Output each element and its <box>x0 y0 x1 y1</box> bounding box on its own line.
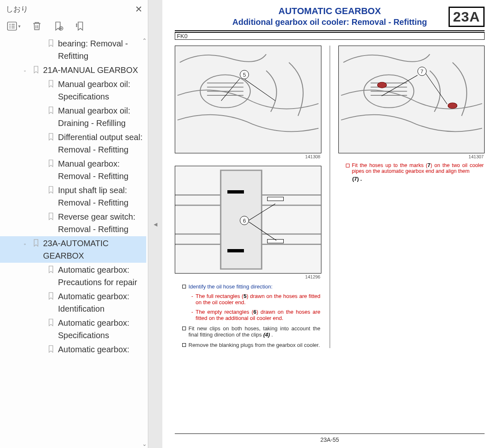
section-subtitle: Additional gearbox oil cooler: Removal -… <box>175 17 485 27</box>
bookmark-item[interactable]: ▫21A-MANUAL GEARBOX <box>0 63 146 77</box>
bookmark-item[interactable]: Input shaft lip seal: Removal - Refittin… <box>0 183 146 210</box>
bookmark-icon <box>47 186 55 194</box>
callout-5: 5 <box>240 70 249 79</box>
svg-point-18 <box>377 82 386 88</box>
page-number: 23A-55 <box>320 436 339 443</box>
chevron-down-icon: ▾ <box>18 24 21 29</box>
bookmark-icon <box>47 345 55 353</box>
bookmark-icon <box>47 159 55 167</box>
bookmark-label: Automatic gearbox: <box>58 343 144 356</box>
step-identify: Identify the oil hose fitting direction: <box>182 283 321 290</box>
bookmark-icon <box>32 65 40 74</box>
bookmark-icon <box>47 318 55 327</box>
page-footer: 23A-55 <box>175 433 485 443</box>
figure-3-art <box>339 46 485 153</box>
figure-1: 5 <box>175 46 321 153</box>
bookmark-add-icon[interactable] <box>53 21 64 31</box>
sidebar-title: しおり <box>6 4 28 14</box>
bookmark-icon <box>47 265 55 274</box>
collapse-sidebar-icon[interactable]: ◂ <box>154 220 157 229</box>
left-column: 5 141308 <box>175 46 321 348</box>
step-remove-plugs: Remove the blanking plugs from the gearb… <box>182 342 321 348</box>
bullet-icon <box>346 164 350 167</box>
bookmark-label: Differential output seal: Removal - Refi… <box>58 131 144 156</box>
bookmark-item[interactable]: Manual gearbox oil: Specifications <box>0 77 146 104</box>
document-viewport[interactable]: AUTOMATIC GEARBOX Additional gearbox oil… <box>162 0 497 448</box>
right-column: 7 141307 Fit the hoses up to the marks (… <box>338 46 485 348</box>
bookmark-item[interactable]: Manual gearbox oil: Draining - Refilling <box>0 104 146 130</box>
figure-3: 7 <box>338 46 485 153</box>
sidebar-header: しおり × <box>0 0 148 17</box>
bookmark-icon <box>47 133 55 141</box>
bookmark-target-icon[interactable] <box>75 21 85 31</box>
bookmark-item[interactable]: Automatic gearbox: <box>0 342 146 356</box>
full-rectangle-mark <box>227 249 244 252</box>
header-rule <box>175 30 485 31</box>
scroll-down-indicator: ⌄ <box>142 441 147 447</box>
scroll-up-indicator: ⌃ <box>142 37 147 44</box>
document-page: AUTOMATIC GEARBOX Additional gearbox oil… <box>175 6 485 448</box>
app-root: しおり × ▾ ⌃ bearing: Removal - Refitting▫2… <box>0 0 497 448</box>
bookmark-label: Input shaft lip seal: Removal - Refittin… <box>58 184 144 209</box>
tree-wrap: ⌃ bearing: Removal - Refitting▫21A-MANUA… <box>0 36 148 448</box>
content-columns: 5 141308 <box>175 46 485 348</box>
full-rectangle-mark <box>227 190 244 194</box>
bookmark-icon <box>47 39 55 47</box>
bookmark-item[interactable]: bearing: Removal - Refitting <box>0 36 146 63</box>
figure-3-number: 141307 <box>338 154 484 159</box>
note-fit-hoses-ref: (7) . <box>352 176 485 182</box>
bookmark-icon <box>47 80 55 88</box>
figure-1-art <box>175 46 321 153</box>
figure-1-number: 141308 <box>175 154 321 159</box>
twisty-icon[interactable]: ▫ <box>24 67 29 75</box>
bookmark-icon <box>32 239 40 247</box>
bookmark-label: Automatic gearbox: Identification <box>58 290 144 315</box>
bookmark-item[interactable]: Automatic gearbox: Specifications <box>0 316 146 342</box>
bookmark-item[interactable]: Automatic gearbox: Identification <box>0 289 146 316</box>
close-icon[interactable]: × <box>135 3 142 15</box>
step-fit-clips: Fit new clips on both hoses, taking into… <box>182 325 321 338</box>
bookmark-tree[interactable]: bearing: Removal - Refitting▫21A-MANUAL … <box>0 36 148 448</box>
bookmark-label: Automatic gearbox: Precautions for repai… <box>58 264 144 288</box>
section-code-badge: 23A <box>449 7 485 27</box>
bookmark-icon <box>47 212 55 220</box>
bullet-icon <box>182 343 186 347</box>
trash-icon[interactable] <box>31 21 42 31</box>
bookmark-icon <box>47 292 55 300</box>
bookmark-item[interactable]: Manual gearbox: Removal - Refitting <box>0 157 146 183</box>
bookmark-label: Reverse gear switch: Removal - Refitting <box>58 211 144 235</box>
bookmark-icon <box>47 106 55 114</box>
bookmark-item[interactable]: Reverse gear switch: Removal - Refitting <box>0 210 146 236</box>
bookmark-item[interactable]: Differential output seal: Removal - Refi… <box>0 130 146 157</box>
figure-2-number: 141296 <box>175 274 321 279</box>
bookmark-label: Manual gearbox: Removal - Refitting <box>58 157 144 182</box>
bookmark-label: Manual gearbox oil: Specifications <box>58 78 144 103</box>
bookmark-label: Automatic gearbox: Specifications <box>58 317 144 341</box>
sidebar-gutter: ◂ <box>148 0 162 448</box>
bookmark-item[interactable]: ▫23A-AUTOMATIC GEARBOX <box>0 236 146 263</box>
bookmark-label: 21A-MANUAL GEARBOX <box>43 64 144 76</box>
bookmark-item[interactable]: Automatic gearbox: Precautions for repai… <box>0 263 146 289</box>
sidebar-toolbar: ▾ <box>0 17 148 36</box>
options-dropdown[interactable]: ▾ <box>7 21 21 31</box>
callout-6: 6 <box>240 216 249 225</box>
svg-point-19 <box>448 103 457 109</box>
bookmark-label: 23A-AUTOMATIC GEARBOX <box>43 237 144 262</box>
model-row: FK0 <box>175 32 485 40</box>
callout-7: 7 <box>417 67 427 76</box>
empty-rectangle-mark <box>267 197 284 201</box>
substep-full-rect: - The full rectangles (5) drawn on the h… <box>191 293 321 305</box>
substep-empty-rect: - The empty rectangles (6) drawn on the … <box>191 309 321 321</box>
list-icon <box>7 21 17 31</box>
note-fit-hoses: Fit the hoses up to the marks (7) on the… <box>346 162 484 174</box>
bullet-icon <box>182 327 186 330</box>
column-separator <box>330 46 330 348</box>
twisty-icon[interactable]: ▫ <box>24 240 29 248</box>
section-title: AUTOMATIC GEARBOX <box>175 6 485 17</box>
page-header: AUTOMATIC GEARBOX Additional gearbox oil… <box>175 6 485 27</box>
figure-2: 6 <box>175 166 321 274</box>
bookmarks-sidebar: しおり × ▾ ⌃ bearing: Removal - Refitting▫2… <box>0 0 148 448</box>
bookmark-label: Manual gearbox oil: Draining - Refilling <box>58 104 144 129</box>
bookmark-label: bearing: Removal - Refitting <box>58 37 144 62</box>
bullet-icon <box>182 285 186 288</box>
